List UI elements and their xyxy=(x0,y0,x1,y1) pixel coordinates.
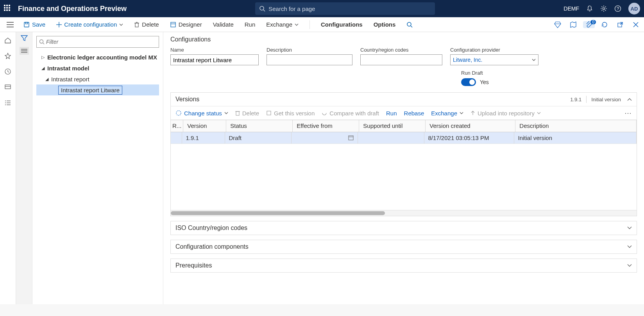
find-button[interactable] xyxy=(404,20,415,29)
popout-icon[interactable] xyxy=(614,22,626,28)
svg-rect-8 xyxy=(24,22,29,27)
star-icon[interactable] xyxy=(4,52,12,60)
description-input[interactable] xyxy=(267,54,352,65)
run-draft-field: Run Draft Yes xyxy=(461,70,637,86)
versions-section: Versions 1.9.1 Initial version Change st… xyxy=(170,92,637,216)
global-search[interactable] xyxy=(255,2,435,15)
col-description[interactable]: Description xyxy=(515,120,637,132)
components-header[interactable]: Configuration components xyxy=(171,240,637,253)
config-tree: ▷ Electronic ledger accounting model MX … xyxy=(36,52,159,95)
row-selector[interactable] xyxy=(171,132,182,144)
svg-line-1 xyxy=(263,10,265,11)
rebase-button[interactable]: Rebase xyxy=(404,110,424,117)
save-label: Save xyxy=(32,21,45,28)
country-codes-input[interactable] xyxy=(360,54,442,65)
download-icon xyxy=(266,110,272,116)
exchange-button[interactable]: Exchange xyxy=(264,20,301,29)
iso-codes-header[interactable]: ISO Country/region codes xyxy=(171,221,637,235)
provider-value: Litware, Inc. xyxy=(453,57,482,63)
options-tab[interactable]: Options xyxy=(371,20,398,29)
cell-effective-from[interactable] xyxy=(291,132,358,144)
horizontal-scrollbar[interactable] xyxy=(171,210,637,216)
cell-version-created[interactable]: 8/17/2021 03:05:13 PM xyxy=(424,132,514,144)
svg-rect-38 xyxy=(236,111,239,115)
diamond-icon[interactable] xyxy=(552,21,564,29)
tree-node[interactable]: ▷ Electronic ledger accounting model MX xyxy=(36,52,159,63)
col-r[interactable]: R... xyxy=(171,120,183,132)
delete-button[interactable]: Delete xyxy=(132,20,161,29)
get-version-button[interactable]: Get this version xyxy=(266,110,315,117)
prerequisites-header[interactable]: Prerequisites xyxy=(171,259,637,272)
validate-button[interactable]: Validate xyxy=(211,20,236,29)
avatar[interactable]: AD xyxy=(628,3,640,14)
provider-dropdown[interactable]: Litware, Inc. xyxy=(450,54,538,65)
configurations-tab[interactable]: Configurations xyxy=(318,20,365,29)
exchange-label: Exchange xyxy=(266,21,292,28)
delete-label: Delete xyxy=(142,21,159,28)
workspace-icon[interactable] xyxy=(4,83,12,92)
bell-icon[interactable] xyxy=(586,5,593,12)
app-launcher-icon[interactable] xyxy=(4,5,12,13)
filter-icon[interactable] xyxy=(21,35,28,41)
clock-icon[interactable] xyxy=(4,67,12,76)
svg-rect-40 xyxy=(267,111,271,115)
col-effective-from[interactable]: Effective from xyxy=(293,120,359,132)
refresh-icon[interactable] xyxy=(599,21,610,28)
attachments-button[interactable]: 0 xyxy=(583,21,595,28)
compare-button[interactable]: Compare with draft xyxy=(322,110,379,117)
prerequisites-section: Prerequisites xyxy=(170,259,637,273)
tree-filter-input[interactable] xyxy=(46,39,156,45)
col-supported-until[interactable]: Supported until xyxy=(359,120,426,132)
lines-icon[interactable] xyxy=(20,47,29,55)
more-actions-icon[interactable]: ⋯ xyxy=(624,109,632,117)
cell-status[interactable]: Draft xyxy=(225,132,291,144)
list-icon[interactable] xyxy=(4,99,12,107)
calendar-icon[interactable] xyxy=(348,135,354,140)
global-search-input[interactable] xyxy=(268,5,431,12)
col-version-created[interactable]: Version created xyxy=(426,120,515,132)
run-button[interactable]: Run xyxy=(242,20,258,29)
chevron-down-icon xyxy=(224,112,228,114)
chevron-down-icon xyxy=(627,226,632,230)
name-label: Name xyxy=(170,47,259,53)
versions-summary-text: Initial version xyxy=(591,97,621,102)
tree-node-selected[interactable]: Intrastat report Litware xyxy=(36,84,159,95)
versions-run-button[interactable]: Run xyxy=(386,110,397,117)
home-icon[interactable] xyxy=(4,36,12,45)
col-status[interactable]: Status xyxy=(226,120,293,132)
name-input[interactable] xyxy=(170,54,259,65)
map-icon[interactable] xyxy=(567,21,579,28)
caret-down-icon: ◢ xyxy=(40,66,46,71)
gear-icon[interactable] xyxy=(600,5,607,12)
cell-supported-until[interactable] xyxy=(358,132,424,144)
options-label: Options xyxy=(374,21,396,28)
compare-icon xyxy=(322,110,327,116)
run-draft-toggle[interactable] xyxy=(461,78,476,86)
trash-icon xyxy=(235,110,240,116)
save-button[interactable]: Save xyxy=(21,20,48,29)
versions-header[interactable]: Versions 1.9.1 Initial version xyxy=(171,93,637,106)
hamburger-icon[interactable] xyxy=(7,22,14,27)
validate-label: Validate xyxy=(213,21,234,28)
run-label: Run xyxy=(245,21,256,28)
change-status-button[interactable]: Change status xyxy=(175,110,228,117)
close-icon[interactable] xyxy=(630,22,642,27)
section-title: Configurations xyxy=(170,36,637,43)
upload-button[interactable]: Upload into repository xyxy=(470,110,541,117)
caret-right-icon: ▷ xyxy=(40,55,46,60)
upload-icon xyxy=(470,110,475,116)
cell-description[interactable]: Initial version xyxy=(514,132,637,144)
versions-delete-button[interactable]: Delete xyxy=(235,110,259,117)
tree-node[interactable]: ◢ Intrastat report xyxy=(36,74,159,84)
help-icon[interactable]: ? xyxy=(614,5,621,12)
col-version[interactable]: Version xyxy=(183,120,226,132)
table-row[interactable]: 1.9.1 Draft 8/17/2021 03:05:13 PM xyxy=(171,132,637,144)
create-configuration-button[interactable]: Create configuration xyxy=(54,20,125,29)
designer-button[interactable]: Designer xyxy=(168,20,204,29)
cell-version[interactable]: 1.9.1 xyxy=(182,132,225,144)
search-icon xyxy=(39,39,45,45)
tree-filter[interactable] xyxy=(36,36,159,48)
tree-node[interactable]: ◢ Intrastat model xyxy=(36,63,159,74)
versions-exchange-button[interactable]: Exchange xyxy=(431,110,463,117)
company-code[interactable]: DEMF xyxy=(564,5,579,12)
